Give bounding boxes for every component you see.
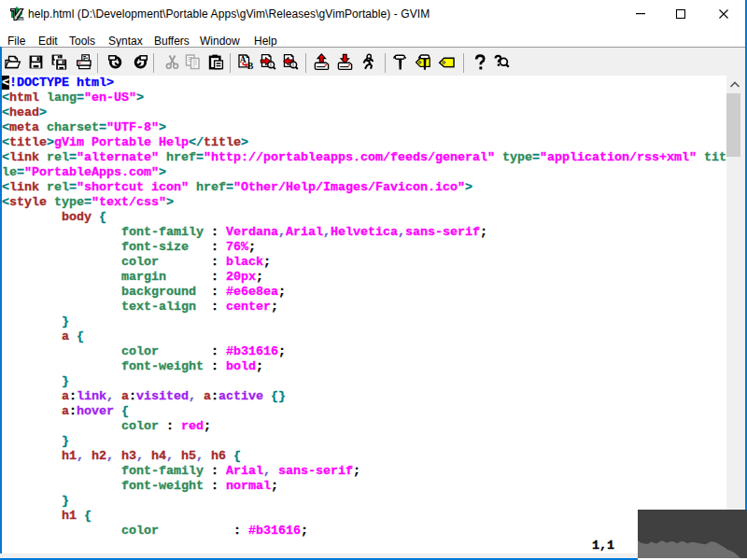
svg-text:im: im: [17, 15, 24, 21]
svg-text:B: B: [247, 62, 254, 71]
